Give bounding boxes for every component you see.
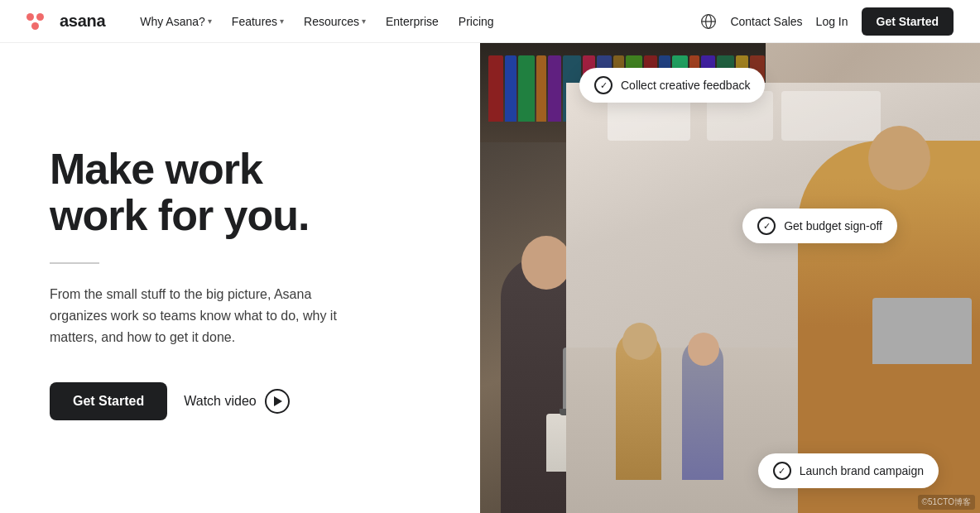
watermark: ©51CTO博客 — [918, 495, 975, 510]
hero-description: From the small stuff to the big picture,… — [50, 284, 364, 349]
check-icon-budget: ✓ — [757, 217, 776, 235]
nav-pricing[interactable]: Pricing — [450, 10, 502, 33]
hero-title: Make work work for you. — [50, 146, 430, 238]
watch-video-button[interactable]: Watch video — [184, 389, 289, 414]
brand-name: asana — [60, 12, 105, 31]
nav-resources[interactable]: Resources ▾ — [295, 10, 374, 33]
hero-left: Make work work for you. From the small s… — [0, 43, 480, 513]
nav-features[interactable]: Features ▾ — [223, 10, 292, 33]
check-icon-launch: ✓ — [773, 462, 791, 480]
check-icon-collect: ✓ — [594, 76, 612, 94]
login-link[interactable]: Log In — [816, 15, 848, 28]
nav-get-started-button[interactable]: Get Started — [862, 7, 954, 36]
chevron-down-icon: ▾ — [280, 17, 284, 26]
nav-why-asana[interactable]: Why Asana? ▾ — [132, 10, 220, 33]
toast-collect-feedback: ✓ Collect creative feedback — [579, 68, 765, 103]
chevron-down-icon: ▾ — [362, 17, 366, 26]
asana-logo-icon — [26, 13, 53, 30]
image-panel-right — [566, 83, 980, 513]
nav-links: Why Asana? ▾ Features ▾ Resources ▾ Ente… — [132, 10, 700, 33]
chevron-down-icon: ▾ — [208, 17, 212, 26]
get-started-button[interactable]: Get Started — [50, 382, 167, 420]
toast-budget-signoff: ✓ Get budget sign-off — [742, 209, 897, 243]
globe-icon[interactable] — [700, 13, 717, 30]
toast-collect-label: Collect creative feedback — [621, 79, 750, 92]
hero-right: ✓ Collect creative feedback ✓ Get budget… — [480, 43, 980, 513]
toast-launch-campaign: ✓ Launch brand campaign — [758, 453, 939, 488]
logo-link[interactable]: asana — [26, 12, 105, 31]
hero-actions: Get Started Watch video — [50, 382, 430, 420]
toast-launch-label: Launch brand campaign — [800, 464, 924, 477]
contact-sales-link[interactable]: Contact Sales — [730, 15, 802, 28]
navbar: asana Why Asana? ▾ Features ▾ Resources … — [0, 0, 980, 43]
nav-enterprise[interactable]: Enterprise — [377, 10, 447, 33]
toast-budget-label: Get budget sign-off — [784, 219, 882, 233]
play-icon — [265, 389, 290, 414]
hero-divider — [50, 262, 99, 264]
nav-right: Contact Sales Log In Get Started — [700, 7, 954, 36]
main-content: Make work work for you. From the small s… — [0, 43, 980, 513]
